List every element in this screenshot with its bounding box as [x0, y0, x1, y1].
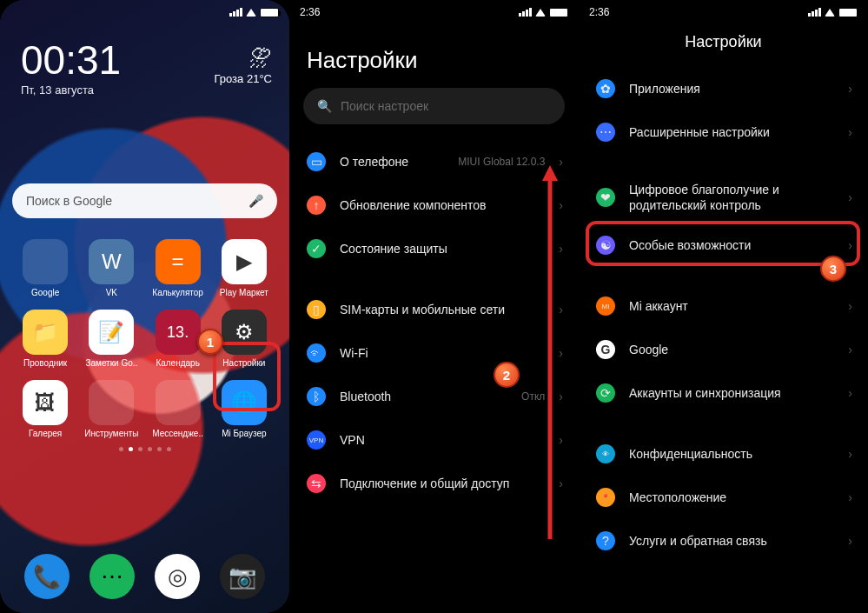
chevron-right-icon: ›: [559, 198, 563, 212]
search-placeholder: Поиск настроек: [341, 99, 428, 113]
battery-icon: [838, 8, 858, 17]
app-browser[interactable]: 🌐Mi Браузер: [211, 380, 277, 438]
chevron-right-icon: ›: [559, 242, 563, 256]
messengers-icon: [156, 380, 201, 425]
settings-item-label: О телефоне: [340, 154, 444, 170]
settings-item-mi-account[interactable]: MIMi аккаунт ›: [579, 284, 868, 328]
google-icon: G: [596, 340, 615, 359]
settings-icon: ⚙: [222, 310, 267, 355]
app-settings[interactable]: ⚙Настройки: [211, 310, 277, 368]
app-label: Календарь: [156, 358, 199, 368]
bluetooth-icon: ᛒ: [307, 387, 326, 406]
notes-icon: 📝: [89, 310, 134, 355]
settings-search[interactable]: 🔍 Поиск настроек: [303, 88, 565, 124]
dock-messages[interactable]: ⋯: [89, 554, 135, 599]
app-grid: GoogleWVK=Калькулятор▶Play Маркет📁Провод…: [0, 234, 289, 438]
dock-camera[interactable]: 📷: [220, 554, 265, 599]
tether-icon: ⇆: [307, 474, 326, 493]
mic-icon[interactable]: 🎤: [248, 194, 263, 208]
settings-item-label: Расширенные настройки: [629, 124, 834, 140]
settings-item-bluetooth[interactable]: ᛒBluetoothОткл›: [289, 375, 579, 418]
settings-item-apps[interactable]: ✿Приложения›: [579, 67, 868, 110]
google-search[interactable]: Поиск в Google 🎤: [12, 183, 277, 218]
settings-main-panel: 2:36 Настройки 🔍 Поиск настроек ▭О телеф…: [289, 0, 579, 613]
settings-title: Настройки: [579, 24, 868, 67]
settings-item-updates[interactable]: ↑Обновление компонентов›: [289, 183, 579, 227]
chevron-right-icon: ›: [559, 433, 563, 447]
app-notes[interactable]: 📝Заметки Go..: [78, 310, 144, 368]
wifi-icon: ᯤ: [307, 343, 326, 363]
settings-item-privacy[interactable]: 👁Конфиденциальность›: [579, 432, 868, 476]
sim-icon: ▯: [307, 300, 326, 319]
app-calendar[interactable]: 13.Календарь: [145, 310, 211, 368]
settings-item-vpn[interactable]: VPNVPN›: [289, 418, 579, 462]
settings-item-label: Wi-Fi: [340, 345, 531, 361]
chevron-right-icon: ›: [848, 125, 852, 139]
app-label: Google: [31, 288, 59, 297]
weather-icon: ⛈: [215, 45, 273, 72]
dock-phone[interactable]: 📞: [24, 554, 70, 599]
app-calculator[interactable]: =Калькулятор: [145, 239, 211, 297]
settings-item-feedback[interactable]: ?Услуги и обратная связь›: [579, 519, 868, 563]
settings-item-label: VPN: [340, 432, 545, 448]
settings-title: Настройки: [289, 24, 579, 88]
app-google[interactable]: Google: [12, 239, 78, 297]
play-icon: ▶: [222, 239, 267, 284]
settings-item-wifi[interactable]: ᯤWi-Fi ›: [289, 331, 579, 375]
settings-item-about[interactable]: ▭О телефонеMIUI Global 12.0.3›: [289, 140, 579, 183]
settings-item-sync[interactable]: ⟳Аккаунты и синхронизация›: [579, 371, 868, 415]
chevron-right-icon: ›: [848, 343, 852, 356]
settings-item-advanced[interactable]: ⋯Расширенные настройки›: [579, 110, 868, 154]
browser-icon: 🌐: [222, 380, 267, 425]
settings-item-label: SIM-карты и мобильные сети: [340, 302, 545, 317]
battery-icon: [549, 8, 568, 17]
accessibility-icon: ☯: [596, 236, 615, 255]
settings-item-accessibility[interactable]: ☯Особые возможности›: [579, 223, 868, 267]
vpn-icon: VPN: [307, 430, 326, 450]
apps-icon: ✿: [596, 79, 615, 98]
calculator-icon: =: [156, 239, 201, 284]
page-indicator[interactable]: [0, 447, 289, 451]
location-icon: 📍: [596, 488, 615, 507]
app-label: Проводник: [23, 358, 67, 368]
settings-item-wellbeing[interactable]: ❤Цифровое благополучие и родительский ко…: [579, 171, 868, 223]
settings-item-value: Откл: [521, 390, 545, 403]
chevron-right-icon: ›: [559, 155, 563, 169]
settings-item-label: Цифровое благополучие и родительский кон…: [629, 182, 834, 213]
signal-icon: [229, 8, 242, 17]
chevron-right-icon: ›: [559, 476, 563, 490]
chevron-right-icon: ›: [848, 534, 852, 548]
gallery-icon: 🖼: [23, 380, 68, 425]
app-vk[interactable]: WVK: [78, 239, 144, 297]
settings-item-location[interactable]: 📍Местоположение›: [579, 476, 868, 519]
app-label: Настройки: [222, 358, 265, 368]
settings-item-sim[interactable]: ▯SIM-карты и мобильные сети›: [289, 288, 579, 331]
settings-item-value: MIUI Global 12.0.3: [458, 156, 545, 168]
settings-detail-panel: 2:36 Настройки ✿Приложения›⋯Расширенные …: [579, 0, 868, 613]
chevron-right-icon: ›: [848, 447, 852, 461]
updates-icon: ↑: [307, 196, 326, 215]
chevron-right-icon: ›: [848, 190, 852, 204]
app-tools[interactable]: Инструменты: [78, 380, 144, 438]
calendar-icon: 13.: [156, 310, 201, 355]
settings-item-security[interactable]: ✓Состояние защиты›: [289, 227, 579, 270]
app-label: Инструменты: [84, 429, 138, 438]
chevron-right-icon: ›: [848, 299, 852, 313]
app-label: Mi Браузер: [222, 429, 267, 438]
status-bar: [0, 0, 289, 24]
settings-item-label: Google: [629, 342, 834, 357]
feedback-icon: ?: [596, 531, 615, 550]
app-play[interactable]: ▶Play Маркет: [211, 239, 277, 297]
app-label: Заметки Go..: [85, 358, 137, 368]
settings-item-tether[interactable]: ⇆Подключение и общий доступ›: [289, 462, 579, 505]
settings-item-google[interactable]: GGoogle›: [579, 328, 868, 371]
app-gallery[interactable]: 🖼Галерея: [12, 380, 78, 438]
settings-item-label: Bluetooth: [340, 389, 507, 404]
settings-item-label: Особые возможности: [629, 237, 834, 253]
dock-chrome[interactable]: ◎: [155, 554, 200, 599]
app-explorer[interactable]: 📁Проводник: [12, 310, 78, 368]
app-messengers[interactable]: Мессендже..: [145, 380, 211, 438]
search-icon: 🔍: [317, 99, 332, 113]
weather-widget[interactable]: ⛈ Гроза 21°C: [215, 45, 273, 85]
search-placeholder: Поиск в Google: [26, 194, 112, 208]
